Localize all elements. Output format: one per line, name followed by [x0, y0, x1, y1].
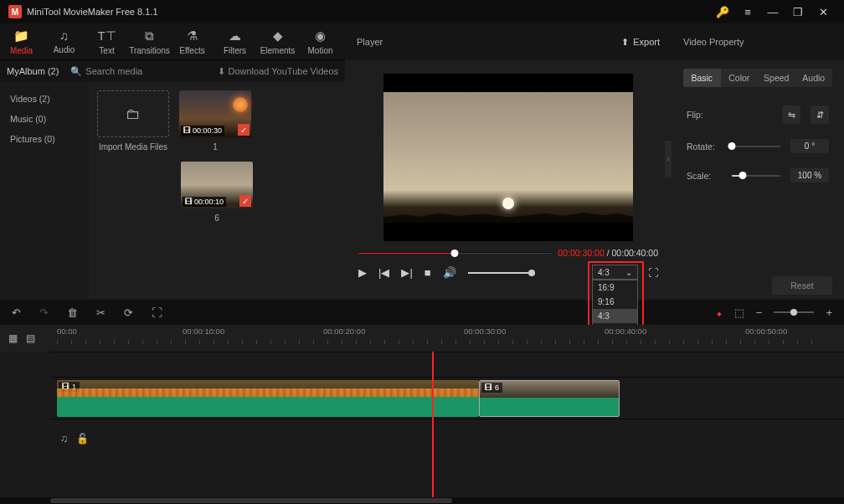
proptab-speed[interactable]: Speed [758, 69, 795, 87]
play-button[interactable]: ▶ [358, 266, 367, 279]
cat-music[interactable]: Music (0) [0, 109, 89, 129]
tab-audio[interactable]: ♫Audio [43, 23, 85, 59]
aspect-option-4-3[interactable]: 4:3 [593, 309, 637, 323]
media-item-1[interactable]: 🎞00:00:30 ✓ 1 [179, 90, 251, 152]
tab-motion[interactable]: ◉Motion [299, 23, 342, 59]
speed-button[interactable]: ⟳ [124, 306, 133, 319]
flip-vertical-button[interactable]: ⇵ [811, 105, 829, 124]
scale-label: Scale: [687, 171, 722, 181]
maximize-button[interactable]: ❐ [785, 3, 811, 20]
stop-button[interactable]: ■ [425, 266, 431, 279]
tab-effects[interactable]: ⚗Effects [171, 23, 214, 59]
folder-icon: 📁 [13, 28, 29, 44]
effects-icon: ⚗ [187, 28, 198, 44]
flip-label: Flip: [687, 110, 722, 120]
timeline-tracks[interactable]: 🎞🔓 🎞1 🎞6 ♫🔓 [0, 352, 844, 497]
track-collapse-icon[interactable]: ▤ [26, 332, 35, 344]
check-icon: ✓ [238, 124, 250, 136]
search-media[interactable]: 🔍Search media [70, 66, 142, 77]
snap-icon[interactable]: ⬚ [734, 306, 744, 319]
volume-icon[interactable]: 🔊 [443, 266, 456, 279]
timeline-clip-1[interactable]: 🎞1 [57, 380, 479, 417]
aspect-option-16-9[interactable]: 16:9 [593, 280, 637, 295]
elements-icon: ◆ [273, 28, 283, 44]
split-button[interactable]: ✂ [96, 306, 106, 319]
scale-value: 100 % [790, 168, 829, 183]
minimize-button[interactable]: — [760, 3, 785, 20]
tab-elements[interactable]: ◆Elements [256, 23, 299, 59]
export-icon: ⬆ [621, 37, 629, 48]
import-media-item[interactable]: 🗀 Import Media Files [97, 90, 169, 152]
close-button[interactable]: ✕ [811, 3, 836, 20]
timeline-scrollbar[interactable] [0, 497, 844, 504]
film-icon: 🎞 [185, 198, 193, 206]
album-label[interactable]: MyAlbum (2) [7, 66, 59, 76]
proptab-color[interactable]: Color [721, 69, 759, 87]
scale-slider[interactable] [732, 175, 780, 177]
export-button[interactable]: ⬆Export [621, 37, 660, 48]
search-icon: 🔍 [70, 66, 82, 77]
flip-horizontal-button[interactable]: ⇋ [782, 105, 800, 124]
filters-icon: ☁ [229, 28, 241, 44]
zoom-slider[interactable] [774, 311, 814, 313]
tab-filters[interactable]: ☁Filters [214, 23, 256, 59]
film-icon: 🎞 [183, 126, 191, 135]
redo-button[interactable]: ↷ [39, 306, 49, 319]
music-icon: ♫ [59, 28, 69, 43]
rotate-label: Rotate: [687, 141, 722, 152]
cat-videos[interactable]: Videos (2) [0, 89, 89, 109]
timeline-toolbar: ↶ ↷ 🗑 ✂ ⟳ ⛶ ⬥ ⬚ − + [0, 300, 844, 325]
text-icon: T⊤ [97, 28, 116, 44]
duration-badge: 🎞00:00:30 [181, 126, 224, 136]
lock-icon[interactable]: 🔓 [76, 433, 89, 445]
media-categories: Videos (2) Music (0) Pictures (0) [0, 82, 89, 300]
fullscreen-button[interactable]: ⛶ [648, 267, 658, 279]
aspect-ratio-select[interactable]: 4:3⌄ [592, 265, 638, 280]
property-title: Video Property [683, 37, 744, 47]
timeline-clip-2[interactable]: 🎞6 [479, 380, 620, 417]
app-title: MiniTool MovieMaker Free 8.1.1 [27, 7, 158, 17]
media-header: MyAlbum (2) 🔍Search media ⬇Download YouT… [0, 60, 345, 82]
property-tabs: Basic Color Speed Audio [683, 69, 832, 87]
rotate-value: 0 ° [790, 139, 829, 153]
zoom-in-button[interactable]: + [826, 306, 832, 319]
audio-track-icon[interactable]: ♫ [60, 433, 68, 445]
rotate-slider[interactable] [732, 146, 780, 147]
title-bar: M MiniTool MovieMaker Free 8.1.1 🔑 ≡ — ❐… [0, 0, 844, 23]
proptab-audio[interactable]: Audio [795, 69, 833, 87]
tab-media[interactable]: 📁Media [0, 23, 43, 59]
download-icon: ⬇ [218, 66, 225, 77]
timeline-ruler[interactable]: ▦▤ 00:00 00:00:10:00 00:00:20:00 00:00:3… [0, 325, 844, 352]
preview-window[interactable] [383, 74, 633, 241]
track-view-icon[interactable]: ▦ [8, 332, 18, 344]
player-header: Player ⬆Export [345, 23, 672, 60]
volume-slider[interactable] [468, 272, 535, 274]
aspect-option-9-16[interactable]: 9:16 [593, 295, 637, 309]
tab-text[interactable]: T⊤Text [85, 23, 128, 59]
prev-frame-button[interactable]: |◀ [378, 266, 389, 279]
proptab-basic[interactable]: Basic [683, 69, 721, 87]
media-item-2[interactable]: 🎞00:00:10 ✓ 6 [97, 162, 337, 223]
check-icon: ✓ [239, 195, 251, 207]
menu-icon[interactable]: ≡ [735, 3, 760, 20]
reset-button[interactable]: Reset [772, 276, 832, 295]
collapse-panel-button[interactable]: › [665, 141, 672, 177]
transitions-icon: ⧉ [145, 28, 154, 44]
delete-button[interactable]: 🗑 [67, 306, 78, 319]
crop-button[interactable]: ⛶ [152, 306, 162, 319]
playhead[interactable] [432, 352, 434, 497]
duration-badge: 🎞00:00:10 [183, 197, 226, 207]
cat-pictures[interactable]: Pictures (0) [0, 129, 89, 149]
marker-icon[interactable]: ⬥ [716, 306, 723, 319]
next-frame-button[interactable]: ▶| [401, 266, 412, 279]
tab-transitions[interactable]: ⧉Transitions [128, 23, 171, 59]
download-youtube[interactable]: ⬇Download YouTube Videos [218, 66, 339, 77]
import-icon: 🗀 [97, 90, 169, 137]
toolbar-tabs: 📁Media ♫Audio T⊤Text ⧉Transitions ⚗Effec… [0, 23, 345, 60]
scrubber[interactable] [358, 252, 551, 254]
key-icon[interactable]: 🔑 [710, 3, 735, 20]
undo-button[interactable]: ↶ [12, 306, 21, 319]
zoom-out-button[interactable]: − [756, 306, 763, 319]
motion-icon: ◉ [315, 28, 326, 44]
chevron-down-icon: ⌄ [625, 268, 632, 277]
